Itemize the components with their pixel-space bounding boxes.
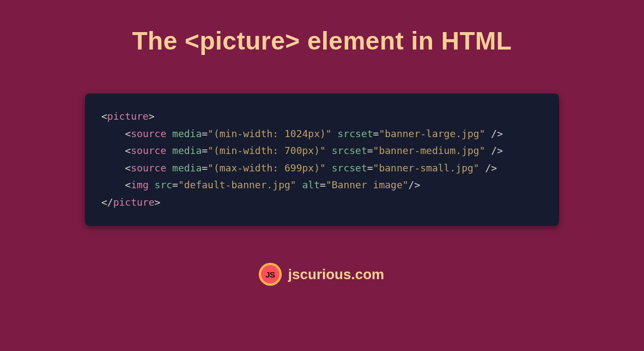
code-block: <picture> <source media="(min-width: 102… (85, 94, 559, 226)
logo-text: JS (265, 270, 275, 279)
site-name: jscurious.com (288, 266, 384, 283)
page-title: The <picture> element in HTML (132, 26, 512, 56)
code-content: <picture> <source media="(min-width: 102… (101, 108, 543, 211)
footer: JS jscurious.com (260, 264, 384, 285)
logo-icon: JS (260, 264, 281, 285)
